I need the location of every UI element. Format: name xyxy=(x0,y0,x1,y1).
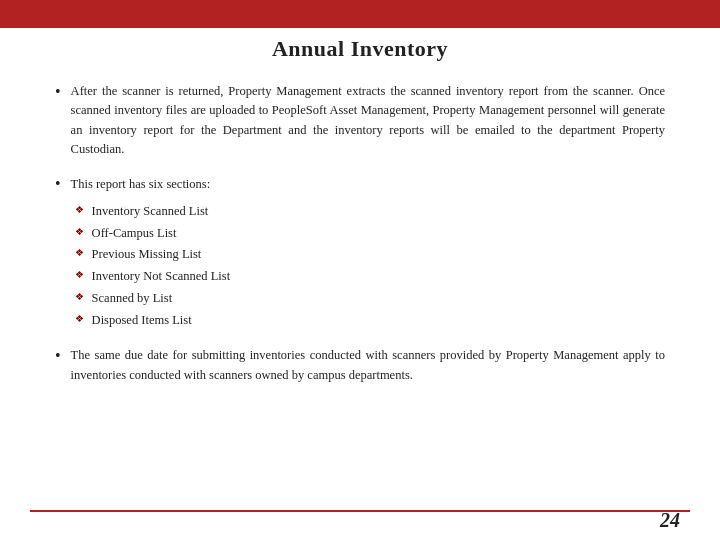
bullet-item-2: • This report has six sections: ❖Invento… xyxy=(55,174,665,333)
sub-list-item: ❖Disposed Items List xyxy=(75,311,231,330)
bottom-bar xyxy=(30,510,690,512)
page-number: 24 xyxy=(660,509,680,532)
bullet-dot-3: • xyxy=(55,347,61,365)
diamond-icon: ❖ xyxy=(75,247,84,258)
sub-list-item: ❖Off-Campus List xyxy=(75,224,231,243)
bullet-text-3: The same due date for submitting invento… xyxy=(71,346,665,385)
sub-item-text: Previous Missing List xyxy=(92,245,202,264)
top-bar xyxy=(0,0,720,28)
sub-item-text: Off-Campus List xyxy=(92,224,177,243)
diamond-icon: ❖ xyxy=(75,226,84,237)
diamond-icon: ❖ xyxy=(75,291,84,302)
bullet-dot-1: • xyxy=(55,83,61,101)
diamond-icon: ❖ xyxy=(75,204,84,215)
sub-item-text: Inventory Scanned List xyxy=(92,202,209,221)
sub-list: ❖Inventory Scanned List❖Off-Campus List❖… xyxy=(71,202,231,330)
sub-list-item: ❖Scanned by List xyxy=(75,289,231,308)
sub-item-text: Inventory Not Scanned List xyxy=(92,267,231,286)
diamond-icon: ❖ xyxy=(75,269,84,280)
sub-list-item: ❖Inventory Scanned List xyxy=(75,202,231,221)
bullet-text-1: After the scanner is returned, Property … xyxy=(71,82,665,160)
main-content: • After the scanner is returned, Propert… xyxy=(0,72,720,385)
bullet-dot-2: • xyxy=(55,175,61,193)
bullet-section-2: This report has six sections: ❖Inventory… xyxy=(71,174,231,333)
bullet-text-2: This report has six sections: xyxy=(71,177,211,191)
bullet-item-1: • After the scanner is returned, Propert… xyxy=(55,82,665,160)
page-title: Annual Inventory xyxy=(0,36,720,62)
sub-list-item: ❖Previous Missing List xyxy=(75,245,231,264)
sub-item-text: Scanned by List xyxy=(92,289,173,308)
bullet-item-3: • The same due date for submitting inven… xyxy=(55,346,665,385)
sub-list-item: ❖Inventory Not Scanned List xyxy=(75,267,231,286)
diamond-icon: ❖ xyxy=(75,313,84,324)
sub-item-text: Disposed Items List xyxy=(92,311,192,330)
